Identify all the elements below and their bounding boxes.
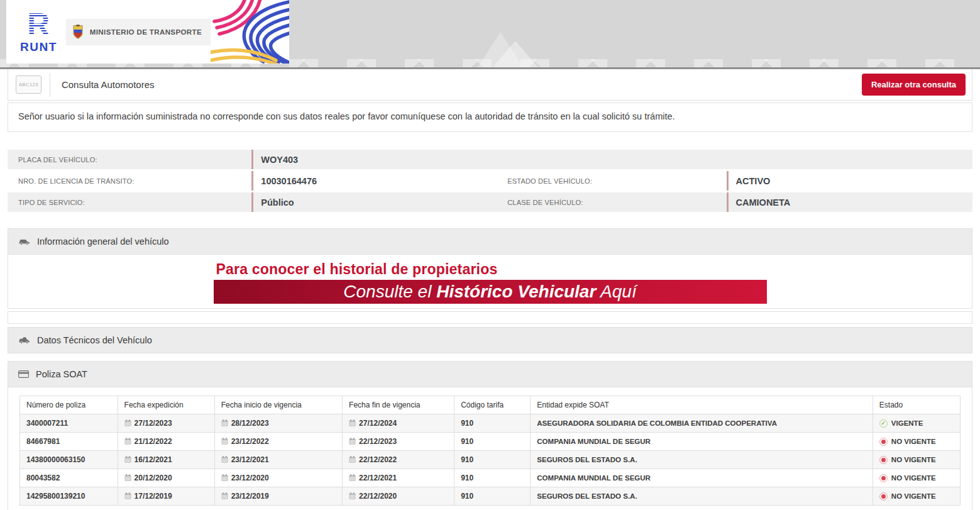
column-header: Fecha fin de vigencia	[343, 396, 454, 414]
status-icon	[879, 419, 888, 428]
car-technical-icon	[18, 336, 30, 345]
license-plate-icon: ABC123	[16, 75, 41, 94]
issue-date-value: 17/12/2019	[135, 492, 172, 501]
status-cell: VIGENTE	[873, 414, 960, 433]
column-header: Código tarifa	[454, 396, 531, 414]
soat-header[interactable]: Poliza SOAT	[8, 362, 972, 387]
soat-table-wrap: Número de polizaFecha expediciónFecha in…	[8, 387, 972, 510]
start-date-cell: 23/12/2019	[214, 487, 342, 506]
plate-value: WOY403	[251, 150, 972, 169]
status-cell: NO VIGENTE	[873, 487, 960, 506]
ministry-label: MINISTERIO DE TRANSPORTE	[90, 28, 202, 36]
tariff-code-cell: 910	[454, 487, 531, 506]
calendar-icon	[349, 474, 356, 481]
runt-logo[interactable]: R RUNT	[20, 10, 57, 54]
soat-table: Número de polizaFecha expediciónFecha in…	[19, 396, 961, 506]
tariff-code-cell: 910	[454, 451, 531, 469]
column-header: Número de poliza	[20, 396, 118, 414]
column-header: Fecha expedición	[118, 396, 214, 414]
end-date-cell: 22/12/2021	[343, 469, 454, 487]
end-date-cell: 22/12/2020	[343, 487, 454, 506]
start-date-value: 28/12/2023	[231, 419, 269, 428]
vehicle-summary: PLACA DEL VEHÍCULO: WOY403 NRO. DE LICEN…	[8, 150, 972, 212]
banner-text-prefix: Consulte el	[343, 282, 436, 302]
state-label: ESTADO DEL VEHÍCULO:	[497, 171, 726, 191]
end-date-value: 22/12/2020	[359, 492, 397, 501]
end-date-cell: 27/12/2024	[343, 414, 454, 433]
entity-cell: COMPANIA MUNDIAL DE SEGUR	[531, 469, 873, 487]
banner-text-suffix: Aquí	[596, 282, 636, 302]
calendar-icon	[221, 492, 228, 499]
status-badge: NO VIGENTE	[891, 492, 936, 500]
historico-vehicular-banner[interactable]: Para conocer el historial de propietario…	[214, 261, 767, 304]
general-info-body: Para conocer el historial de propietario…	[8, 254, 972, 308]
ministry-badge: MINISTERIO DE TRANSPORTE	[66, 19, 211, 45]
calendar-icon	[349, 456, 356, 463]
calendar-icon	[349, 419, 356, 426]
status-icon	[879, 474, 888, 482]
table-row: 3400007211 27/12/2023 28/12/2023 27/12/2…	[20, 414, 961, 433]
calendar-icon	[124, 456, 131, 463]
service-label: TIPO DE SERVICIO:	[8, 192, 251, 212]
service-value: Público	[251, 192, 497, 212]
status-badge: NO VIGENTE	[891, 438, 936, 445]
policy-number-cell: 80043582	[20, 469, 118, 487]
table-row: 14295800139210 17/12/2019 23/12/2019 22/…	[20, 487, 961, 506]
tariff-code-cell: 910	[454, 469, 531, 487]
calendar-icon	[124, 438, 131, 445]
end-date-cell: 22/12/2022	[343, 451, 454, 469]
tariff-code-cell: 910	[454, 414, 531, 433]
class-label: CLASE DE VEHÍCULO:	[497, 192, 726, 212]
status-icon	[879, 492, 888, 501]
issue-date-value: 20/12/2020	[135, 474, 172, 482]
issue-date-value: 27/12/2023	[135, 419, 172, 428]
general-info-title: Información general del vehículo	[37, 236, 169, 247]
general-info-header[interactable]: Información general del vehículo	[8, 229, 972, 254]
policy-number-cell: 14295800139210	[20, 487, 118, 506]
car-icon	[18, 238, 30, 246]
status-cell: NO VIGENTE	[873, 433, 960, 451]
issue-date-cell: 21/12/2022	[118, 433, 214, 451]
issue-date-cell: 17/12/2019	[118, 487, 214, 506]
status-cell: NO VIGENTE	[873, 469, 960, 487]
start-date-cell: 23/12/2021	[214, 451, 342, 469]
notice-panel: Señor usuario si la información suminist…	[8, 103, 972, 132]
issue-date-value: 21/12/2022	[135, 437, 172, 446]
issue-date-cell: 27/12/2023	[118, 414, 214, 433]
new-query-button[interactable]: Realizar otra consulta	[862, 74, 966, 96]
end-date-value: 22/12/2021	[359, 474, 397, 482]
start-date-value: 23/12/2019	[231, 492, 269, 501]
technical-data-title: Datos Técnicos del Vehículo	[37, 335, 152, 345]
start-date-cell: 28/12/2023	[214, 414, 342, 433]
vehicle-row-service-class: TIPO DE SERVICIO: Público CLASE DE VEHÍC…	[8, 192, 972, 212]
end-date-cell: 22/12/2023	[343, 433, 454, 451]
notice-text: Señor usuario si la información suminist…	[18, 111, 962, 121]
page: R RUNT MINISTERIO DE TRANSPORTE	[0, 0, 980, 510]
page-title: Consulta Automotores	[62, 79, 155, 90]
card-icon	[18, 370, 29, 378]
entity-cell: SEGUROS DEL ESTADO S.A.	[531, 451, 873, 469]
issue-date-cell: 16/12/2021	[118, 451, 214, 469]
state-value: ACTIVO	[727, 171, 972, 191]
runt-monogram: R	[27, 10, 50, 39]
status-badge: NO VIGENTE	[891, 474, 936, 482]
calendar-icon	[124, 419, 131, 426]
column-header: Estado	[873, 396, 960, 414]
banner-bar: Consulte el Histórico Vehicular Aquí	[214, 280, 767, 304]
issue-date-cell: 20/12/2020	[118, 469, 214, 487]
status-icon	[879, 456, 888, 464]
calendar-icon	[221, 474, 228, 481]
soat-title: Poliza SOAT	[36, 369, 87, 379]
calendar-icon	[349, 492, 356, 499]
license-label: NRO. DE LICENCIA DE TRÁNSITO:	[8, 171, 251, 191]
status-icon	[879, 438, 888, 446]
tariff-code-cell: 910	[454, 433, 531, 451]
end-date-value: 27/12/2024	[359, 419, 397, 428]
soat-section: Poliza SOAT Número de polizaFecha expedi…	[8, 361, 972, 510]
calendar-icon	[221, 438, 228, 445]
calendar-icon	[221, 456, 228, 463]
policy-number-cell: 3400007211	[20, 414, 118, 433]
technical-data-header[interactable]: Datos Técnicos del Vehículo	[8, 328, 972, 353]
start-date-value: 23/12/2021	[231, 455, 269, 464]
table-row: 14380000063150 16/12/2021 23/12/2021 22/…	[20, 451, 961, 469]
